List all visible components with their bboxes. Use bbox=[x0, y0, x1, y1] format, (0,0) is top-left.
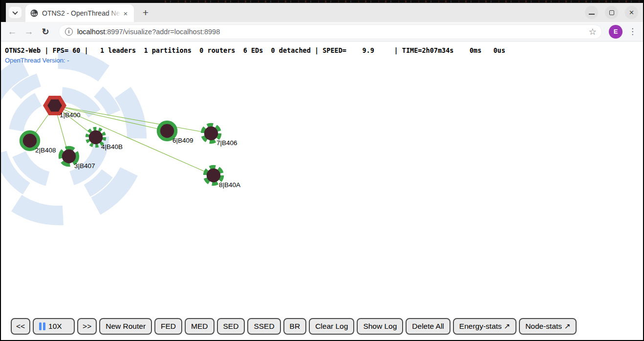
pause-speed-button[interactable]: 10X bbox=[33, 318, 75, 335]
browser-toolbar: ← → ↻ i localhost:8997/visualize?addr=lo… bbox=[1, 22, 643, 42]
browser-menu-icon[interactable]: ⋮ bbox=[628, 26, 637, 37]
node-label: 6|B409 bbox=[172, 137, 193, 144]
energy-stats-button[interactable]: Energy-stats ↗ bbox=[453, 318, 516, 335]
button-label: SED bbox=[223, 322, 239, 331]
page-content: 1|B4002|B4083|B4074|B40B6|B4097|B4068|B4… bbox=[1, 42, 643, 340]
new-router-button[interactable]: New Router bbox=[99, 318, 152, 335]
button-label: 10X bbox=[48, 322, 62, 331]
button-label: Delete All bbox=[412, 322, 444, 331]
maximize-icon bbox=[609, 10, 614, 15]
new-tab-button[interactable]: + bbox=[139, 6, 152, 20]
button-label: Energy-stats ↗ bbox=[459, 322, 510, 331]
button-label: Clear Log bbox=[315, 322, 348, 331]
add-med-button[interactable]: MED bbox=[185, 318, 214, 335]
profile-avatar[interactable]: E bbox=[609, 25, 623, 39]
button-label: BR bbox=[290, 322, 301, 331]
reload-button[interactable]: ↻ bbox=[38, 24, 53, 39]
tab-search-button[interactable] bbox=[9, 7, 21, 18]
url-host: localhost bbox=[77, 28, 105, 36]
add-sed-button[interactable]: SED bbox=[217, 318, 245, 335]
pause-icon bbox=[39, 322, 45, 330]
node-label: 4|B40B bbox=[101, 143, 123, 150]
background-screen-artifacts bbox=[165, 0, 643, 2]
maximize-button[interactable] bbox=[605, 6, 618, 19]
button-label: << bbox=[16, 322, 25, 331]
add-fed-button[interactable]: FED bbox=[154, 318, 182, 335]
status-line: OTNS2-Web | FPS= 60 | 1 leaders 1 partit… bbox=[5, 46, 505, 54]
node-label: 8|B40A bbox=[219, 181, 240, 189]
button-label: Node-stats ↗ bbox=[525, 322, 570, 331]
node-label: 2|B408 bbox=[35, 147, 56, 154]
address-bar[interactable]: i localhost:8997/visualize?addr=localhos… bbox=[59, 24, 602, 39]
add-br-button[interactable]: BR bbox=[283, 318, 307, 335]
button-label: FED bbox=[161, 322, 176, 331]
speed-down-button[interactable]: << bbox=[11, 318, 30, 335]
button-label: New Router bbox=[106, 322, 146, 331]
tab-strip: OTNS2 - OpenThread Ne × + × bbox=[1, 3, 643, 22]
minimize-button[interactable] bbox=[585, 6, 598, 19]
site-info-icon[interactable]: i bbox=[65, 28, 73, 36]
network-graph bbox=[1, 42, 643, 340]
delete-all-button[interactable]: Delete All bbox=[406, 318, 450, 335]
node-label: 7|B406 bbox=[216, 139, 237, 147]
minimize-icon bbox=[589, 14, 595, 15]
node-label: 1|B400 bbox=[60, 111, 81, 119]
button-label: Show Log bbox=[363, 322, 397, 331]
browser-tab[interactable]: OTNS2 - OpenThread Ne × bbox=[25, 4, 134, 22]
globe-favicon-icon bbox=[30, 9, 38, 17]
browser-window: OTNS2 - OpenThread Ne × + × ← → ↻ i loca… bbox=[0, 0, 644, 341]
button-label: >> bbox=[83, 322, 91, 331]
close-icon: × bbox=[629, 8, 634, 17]
tab-close-icon[interactable]: × bbox=[121, 9, 130, 18]
url-text[interactable]: localhost:8997/visualize?addr=localhost:… bbox=[77, 28, 585, 36]
window-controls: × bbox=[585, 6, 643, 19]
window-corner-notch bbox=[1, 3, 6, 22]
chevron-down-icon bbox=[12, 9, 18, 14]
node-label: 3|B407 bbox=[74, 162, 95, 170]
url-path: :8997/visualize?addr=localhost:8998 bbox=[105, 28, 220, 36]
speed-up-button[interactable]: >> bbox=[77, 318, 97, 335]
show-log-button[interactable]: Show Log bbox=[357, 318, 403, 335]
simulation-toolbar: <<10X>>New RouterFEDMEDSEDSSEDBRClear Lo… bbox=[11, 318, 577, 335]
openthread-version-link[interactable]: OpenThread Version: - bbox=[5, 57, 69, 64]
node-stats-button[interactable]: Node-stats ↗ bbox=[519, 318, 577, 335]
clear-log-button[interactable]: Clear Log bbox=[309, 318, 354, 335]
add-ssed-button[interactable]: SSED bbox=[247, 318, 280, 335]
bookmark-star-icon[interactable]: ☆ bbox=[589, 26, 597, 37]
button-label: SSED bbox=[254, 322, 274, 331]
button-label: MED bbox=[191, 322, 208, 331]
window-close-button[interactable]: × bbox=[625, 6, 638, 19]
forward-button[interactable]: → bbox=[21, 24, 36, 39]
back-button[interactable]: ← bbox=[5, 24, 20, 39]
